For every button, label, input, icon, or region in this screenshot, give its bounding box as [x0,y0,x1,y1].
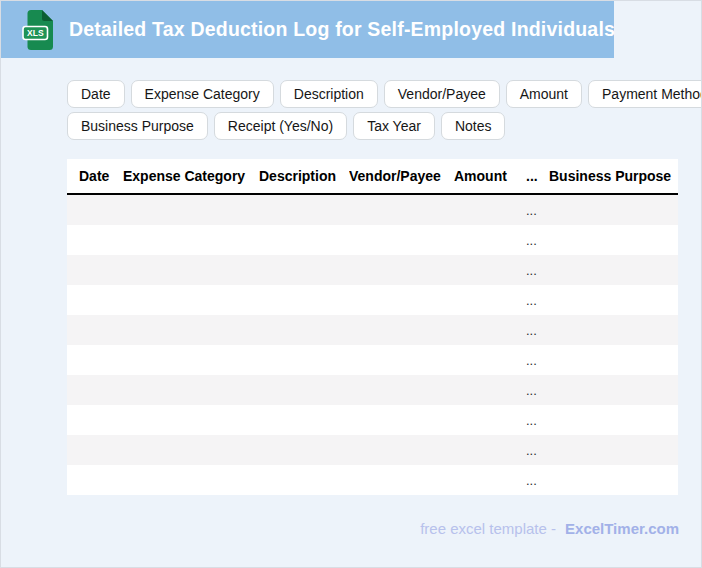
empty-cell [67,225,123,255]
empty-cell [349,285,454,315]
empty-cell [67,435,123,465]
field-chip-expense-category[interactable]: Expense Category [131,80,274,108]
empty-cell [123,255,259,285]
column-header-description: Description [259,159,349,194]
row-placeholder-cell: ... [526,405,549,435]
row-placeholder-cell: ... [526,435,549,465]
table-row: ... [67,465,678,495]
empty-cell [549,405,678,435]
row-placeholder-cell: ... [526,194,549,225]
empty-cell [349,405,454,435]
empty-cell [349,225,454,255]
empty-cell [259,435,349,465]
column-header-: ... [526,159,549,194]
xls-badge-label: XLS [27,28,44,38]
empty-cell [549,435,678,465]
empty-cell [123,315,259,345]
empty-cell [259,315,349,345]
footer: free excel template -ExcelTimer.com [420,520,679,537]
empty-cell [67,345,123,375]
table-row: ... [67,255,678,285]
field-chip-description[interactable]: Description [280,80,378,108]
empty-cell [454,405,526,435]
empty-cell [259,405,349,435]
empty-cell [549,255,678,285]
empty-cell [349,375,454,405]
chip-row: Business PurposeReceipt (Yes/No)Tax Year… [67,112,681,140]
empty-cell [259,285,349,315]
field-chip-tax-year[interactable]: Tax Year [353,112,435,140]
empty-cell [67,285,123,315]
table-row: ... [67,194,678,225]
table-row: ... [67,345,678,375]
row-placeholder-cell: ... [526,465,549,495]
footer-brand-link[interactable]: ExcelTimer.com [565,520,679,537]
table-row: ... [67,315,678,345]
empty-cell [549,375,678,405]
row-placeholder-cell: ... [526,255,549,285]
empty-cell [454,255,526,285]
empty-cell [349,315,454,345]
empty-cell [67,405,123,435]
empty-cell [349,194,454,225]
table-header-row: DateExpense CategoryDescriptionVendor/Pa… [67,159,678,194]
empty-cell [454,285,526,315]
table-row: ... [67,435,678,465]
empty-cell [259,194,349,225]
chip-row: DateExpense CategoryDescriptionVendor/Pa… [67,80,681,108]
row-placeholder-cell: ... [526,285,549,315]
empty-cell [549,225,678,255]
field-chip-list: DateExpense CategoryDescriptionVendor/Pa… [67,80,681,140]
empty-cell [349,435,454,465]
empty-cell [67,375,123,405]
empty-cell [259,465,349,495]
empty-cell [349,345,454,375]
field-chip-vendor-payee[interactable]: Vendor/Payee [384,80,500,108]
empty-cell [123,405,259,435]
empty-cell [67,315,123,345]
empty-cell [454,225,526,255]
field-chip-payment-method[interactable]: Payment Method [588,80,702,108]
field-chip-amount[interactable]: Amount [506,80,582,108]
empty-cell [549,194,678,225]
empty-cell [454,315,526,345]
column-header-date: Date [67,159,123,194]
xls-file-icon: XLS [22,10,54,50]
empty-cell [123,345,259,375]
footer-label: free excel template - [420,520,556,537]
empty-cell [123,375,259,405]
row-placeholder-cell: ... [526,345,549,375]
page-title: Detailed Tax Deduction Log for Self-Empl… [69,18,615,41]
row-placeholder-cell: ... [526,225,549,255]
row-placeholder-cell: ... [526,375,549,405]
column-header-amount: Amount [454,159,526,194]
deduction-table: DateExpense CategoryDescriptionVendor/Pa… [67,159,678,495]
empty-cell [454,375,526,405]
field-chip-notes[interactable]: Notes [441,112,506,140]
empty-cell [67,194,123,225]
page-header: XLS Detailed Tax Deduction Log for Self-… [1,1,614,58]
table-row: ... [67,225,678,255]
empty-cell [259,225,349,255]
empty-cell [67,465,123,495]
field-chip-business-purpose[interactable]: Business Purpose [67,112,208,140]
empty-cell [67,255,123,285]
empty-cell [259,345,349,375]
empty-cell [549,285,678,315]
table-row: ... [67,375,678,405]
empty-cell [123,465,259,495]
main-content: DateExpense CategoryDescriptionVendor/Pa… [67,80,681,495]
empty-cell [454,345,526,375]
empty-cell [454,465,526,495]
table-row: ... [67,285,678,315]
empty-cell [349,255,454,285]
deduction-table-wrap: DateExpense CategoryDescriptionVendor/Pa… [67,159,681,495]
empty-cell [349,465,454,495]
empty-cell [549,345,678,375]
row-placeholder-cell: ... [526,315,549,345]
field-chip-receipt-yes-no[interactable]: Receipt (Yes/No) [214,112,347,140]
field-chip-date[interactable]: Date [67,80,125,108]
empty-cell [259,375,349,405]
empty-cell [549,315,678,345]
empty-cell [549,465,678,495]
